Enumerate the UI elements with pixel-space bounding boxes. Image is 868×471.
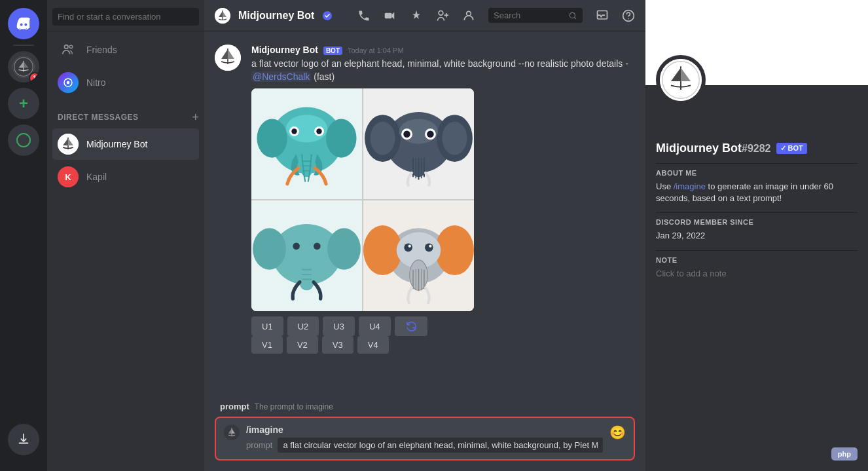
svg-point-8 [69,45,73,48]
image-cell-2[interactable] [363,88,474,199]
svg-point-76 [363,225,402,275]
image-cell-1[interactable] [251,88,362,199]
dm-search-bar [47,0,204,31]
server-bar: 1 + [0,0,47,471]
bot-badge: BOT [323,47,342,55]
u3-button[interactable]: U3 [323,316,355,336]
v2-button[interactable]: V2 [287,336,318,354]
explore-servers-button[interactable] [8,124,39,156]
svg-point-67 [327,228,361,269]
chat-messages: Midjourney Bot BOT Today at 1:04 PM a fl… [204,31,645,394]
note-input[interactable] [656,269,858,278]
svg-point-28 [628,18,629,19]
chat-header-name: Midjourney Bot [238,10,314,22]
svg-point-81 [408,245,411,248]
add-dm-button[interactable]: + [192,111,199,123]
midjourney-avatar [58,134,79,155]
nitro-label: Nitro [86,77,106,88]
svg-point-80 [425,244,433,252]
svg-point-51 [371,122,395,155]
friends-label: Friends [86,45,117,55]
message-avatar [215,45,241,71]
discord-home-button[interactable] [8,8,39,39]
dm-item-midjourney[interactable]: Midjourney Bot [52,128,199,160]
u2-button[interactable]: U2 [287,316,319,336]
about-me-section: ABOUT ME Use /imagine to generate an ima… [656,169,858,204]
u4-button[interactable]: U4 [359,316,391,336]
profile-info: Midjourney Bot#9282 ✓ BOT ABOUT ME Use /… [645,109,868,289]
image-grid [251,88,474,311]
message-timestamp: Today at 1:04 PM [348,47,404,54]
message-content: Midjourney Bot BOT Today at 1:04 PM a fl… [251,45,635,354]
svg-point-35 [257,119,287,158]
message-text: a flat vector logo of an elephant head, … [251,58,635,83]
input-box: /imagine prompt 😊 [215,417,635,461]
prompt-hint-text: The prompt to imagine [255,402,333,411]
svg-point-10 [67,81,70,85]
kapil-avatar: K [58,166,79,187]
v1-button[interactable]: V1 [251,336,283,354]
v-action-buttons: V1 V2 V3 V4 [251,336,635,354]
note-title: NOTE [656,256,858,264]
dm-item-kapil[interactable]: K Kapil [52,161,199,193]
refresh-button[interactable] [395,316,427,336]
svg-rect-70 [300,264,314,290]
input-content: /imagine prompt [246,424,603,453]
profile-name-row: Midjourney Bot#9282 ✓ BOT [656,141,858,155]
svg-point-39 [291,128,297,134]
mention[interactable]: @NerdsChalk [251,71,311,82]
image-cell-4[interactable] [363,200,474,311]
u1-button[interactable]: U1 [251,316,283,336]
svg-point-77 [435,225,474,275]
sidebar-item-nitro[interactable]: Nitro [52,67,199,98]
download-icon[interactable] [8,424,39,455]
profile-bot-badge: ✓ BOT [776,143,807,154]
image-cell-3[interactable] [251,200,362,311]
svg-rect-22 [385,12,392,18]
input-area: prompt The prompt to imagine /imagine pr… [204,394,645,471]
svg-point-24 [467,11,471,16]
input-avatar [224,424,240,440]
search-icon [568,11,577,20]
about-me-highlight[interactable]: /imagine [674,181,706,191]
input-command: /imagine [246,424,603,435]
svg-point-52 [442,122,467,155]
prompt-keyword: prompt [220,402,249,411]
dm-search-input[interactable] [52,8,199,26]
main-chat-area: Midjourney Bot [204,0,645,471]
help-button[interactable] [622,9,635,22]
profile-button[interactable] [462,9,475,22]
inbox-button[interactable] [596,9,609,22]
input-prompt-field[interactable] [278,438,603,453]
profile-divider-1 [656,163,858,164]
image-grid-container [251,88,474,311]
profile-avatar [656,55,706,105]
sailboat-server-icon[interactable]: 1 [8,51,39,83]
add-server-button[interactable]: + [8,88,39,119]
pin-button[interactable] [410,9,423,22]
svg-point-68 [293,243,300,250]
v3-button[interactable]: V3 [322,336,353,354]
profile-banner [645,0,868,85]
header-icons [357,8,635,23]
about-me-title: ABOUT ME [656,169,858,177]
video-button[interactable] [384,9,397,22]
call-button[interactable] [357,9,371,22]
about-me-text: Use /imagine to generate an image in und… [656,181,858,204]
sidebar-item-friends[interactable]: Friends [52,34,199,66]
add-member-button[interactable] [436,9,449,22]
search-container [488,8,583,23]
svg-point-5 [17,134,30,147]
message-author: Midjourney Bot [251,45,318,55]
svg-point-66 [253,228,286,269]
svg-point-82 [429,245,431,248]
v4-button[interactable]: V4 [357,336,389,354]
dm-section-header: DIRECT MESSAGES + [47,101,204,126]
emoji-button[interactable]: 😊 [609,424,626,440]
member-since-section: DISCORD MEMBER SINCE Jan 29, 2022 [656,218,858,242]
svg-point-7 [65,45,69,49]
server-divider [13,45,34,46]
dm-nav-list: Friends Nitro [47,31,204,101]
message-header: Midjourney Bot BOT Today at 1:04 PM [251,45,635,55]
friends-icon [58,39,79,60]
